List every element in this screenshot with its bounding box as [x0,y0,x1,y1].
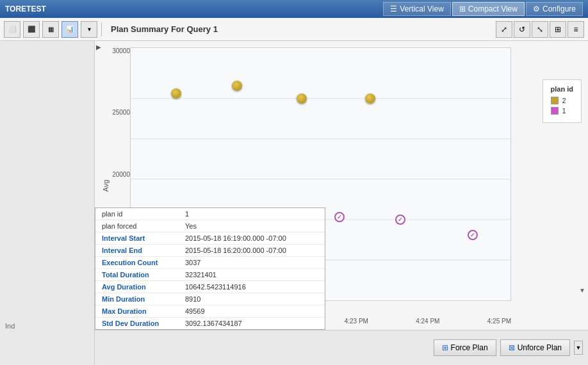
info-row-max-dur: Max Duration 49569 [95,305,325,318]
info-key-interval-end: Interval End [102,247,185,254]
bottom-panel: ⊞ Force Plan ⊠ Unforce Plan ▼ [95,330,588,365]
info-key-min-dur: Min Duration [102,295,185,303]
y-axis-label: Avg [102,179,110,191]
legend-label-1: 1 [562,107,566,115]
chart-wrapper: ▶ Avg 30000 25000 20000 15000 10000 [95,41,588,330]
gold-dot-1[interactable] [171,88,181,99]
left-panel: Ind [0,41,95,365]
toolbar: ⬜ ⬛ ▦ 📊 ▾ Plan Summary For Query 1 ⤢ ↺ ⤡… [0,18,588,41]
info-row-stddev-dur: Std Dev Duration 3092.1367434187 [95,318,325,329]
left-panel-inner: Ind [0,41,94,365]
info-row-plan-forced: plan forced Yes [95,220,325,232]
info-val-stddev-dur: 3092.1367434187 [185,320,318,327]
toolbar-zoom-btn[interactable]: ⤢ [496,21,512,38]
info-row-interval-start: Interval Start 2015-05-18 16:19:00.000 -… [95,232,325,245]
info-row-min-dur: Min Duration 8910 [95,293,325,305]
info-val-plan-forced: Yes [185,222,318,230]
toolbar-btn-dropdown[interactable]: ▾ [81,21,97,38]
info-val-plan-id: 1 [185,210,318,218]
collapse-btn[interactable]: ▶ [96,44,101,51]
force-plan-icon: ⊞ [442,343,448,352]
toolbar-btn-2[interactable]: ⬛ [23,21,40,38]
x-tick-4: 4:24 PM [416,318,439,325]
toolbar-expand-btn[interactable]: ⤡ [532,21,548,38]
info-val-interval-end: 2015-05-18 16:20:00.000 -07:00 [185,247,318,254]
gold-dot-4[interactable] [365,93,375,104]
scroll-down-arrow[interactable]: ▼ [579,287,585,294]
info-key-exec-count: Execution Count [102,259,185,266]
toolbar-menu-btn[interactable]: ≡ [568,21,584,38]
toolbar-right: ⤢ ↺ ⤡ ⊞ ≡ [496,21,584,38]
info-row-interval-end: Interval End 2015-05-18 16:20:00.000 -07… [95,245,325,257]
center-panel: ▶ Avg 30000 25000 20000 15000 10000 [95,41,588,365]
view-icon: ☰ [390,4,397,13]
chart-legend: plan id 2 1 [543,79,582,123]
info-panel: plan id 1 plan forced Yes Interval Start… [95,207,325,330]
scroll-arrow-btn[interactable]: ▼ [574,341,583,355]
title-bar-actions: ☰ Vertical View ⊞ Compact View ⚙ Configu… [383,2,583,16]
purple-dot-5[interactable] [395,215,405,225]
info-key-interval-start: Interval Start [102,234,185,242]
x-tick-5: 4:25 PM [487,318,511,325]
y-tick-0: 30000 [112,47,130,54]
purple-dot-6[interactable] [468,230,478,240]
info-row-avg-dur: Avg Duration 10642.5423114916 [95,281,325,293]
title-bar: TORETEST ☰ Vertical View ⊞ Compact View … [0,0,588,18]
info-val-exec-count: 3037 [185,259,318,266]
info-val-min-dur: 8910 [185,295,318,303]
toolbar-btn-chart[interactable]: 📊 [61,21,78,38]
toolbar-btn-3[interactable]: ▦ [42,21,59,38]
gold-dot-3[interactable] [297,93,307,104]
info-key-max-dur: Max Duration [102,307,185,315]
info-row-plan-id: plan id 1 [95,208,325,220]
plan-title: Plan Summary For Query 1 [111,24,218,34]
app-title: TORETEST [5,4,46,13]
toolbar-separator [101,22,102,36]
info-val-avg-dur: 10642.5423114916 [185,283,318,291]
y-tick-1: 25000 [112,109,130,116]
info-row-exec-count: Execution Count 3037 [95,257,325,269]
info-key-total-dur: Total Duration [102,271,185,279]
configure-btn[interactable]: ⚙ Configure [526,2,583,16]
legend-title: plan id [551,85,573,93]
gold-dot-2[interactable] [232,81,242,91]
info-row-total-dur: Total Duration 32321401 [95,269,325,281]
purple-dot-4[interactable] [334,212,345,222]
info-val-total-dur: 32321401 [185,271,318,279]
compact-view-btn[interactable]: ⊞ Compact View [452,2,525,16]
main-content: Ind ▶ Avg 30000 25000 20000 15000 10000 [0,41,588,365]
y-tick-2: 20000 [112,171,130,178]
toolbar-settings-btn[interactable]: ⊞ [550,21,566,38]
legend-item-2: 2 [551,97,573,104]
toolbar-btn-1[interactable]: ⬜ [4,21,20,38]
compact-icon: ⊞ [459,4,466,13]
toolbar-refresh-btn[interactable]: ↺ [514,21,530,38]
info-val-max-dur: 49569 [185,307,318,315]
legend-color-1 [551,107,559,115]
legend-item-1: 1 [551,107,573,115]
info-key-plan-forced: plan forced [102,222,185,230]
unforce-plan-button[interactable]: ⊠ Unforce Plan [500,339,570,356]
unforce-plan-icon: ⊠ [509,343,515,352]
legend-label-2: 2 [562,97,566,104]
vertical-view-btn[interactable]: ☰ Vertical View [383,2,450,16]
ind-label: Ind [5,322,15,330]
info-val-interval-start: 2015-05-18 16:19:00.000 -07:00 [185,234,318,242]
info-key-stddev-dur: Std Dev Duration [102,320,185,327]
force-plan-button[interactable]: ⊞ Force Plan [434,339,496,356]
info-key-avg-dur: Avg Duration [102,283,185,291]
x-tick-3: 4:23 PM [345,318,368,325]
legend-color-2 [551,97,559,104]
info-key-plan-id: plan id [102,210,185,218]
gear-icon: ⚙ [533,4,540,13]
